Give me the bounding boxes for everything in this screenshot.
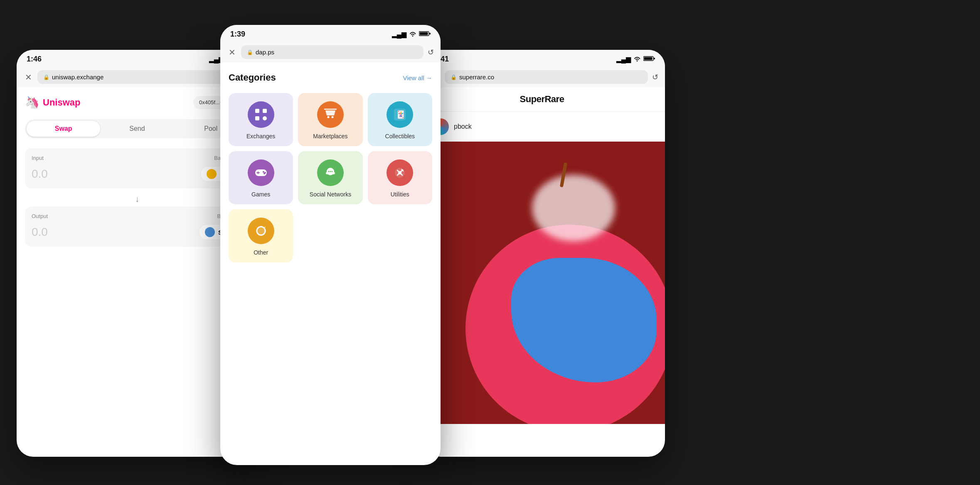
svg-point-9 (263, 116, 267, 120)
exchanges-label: Exchanges (246, 133, 275, 140)
category-exchanges[interactable]: Exchanges (229, 93, 293, 146)
swap-direction-arrow[interactable]: ↓ (25, 192, 249, 206)
category-marketplaces[interactable]: Marketplaces (298, 93, 362, 146)
category-utilities[interactable]: Utilities (368, 151, 432, 204)
input-box-header: Input Balance: 10 (32, 155, 243, 161)
input-amount[interactable]: 0.0 (32, 167, 48, 181)
center-lock-icon: 🔒 (247, 49, 253, 55)
other-icon (248, 218, 274, 244)
center-address-bar-row: ✕ 🔒 dap.ps ↺ (220, 42, 441, 62)
user-row: pbock (424, 112, 665, 142)
right-status-icons: ▂▄▆ (616, 55, 655, 63)
right-signal-icon: ▂▄▆ (616, 55, 631, 63)
svg-point-23 (328, 171, 329, 172)
svg-rect-31 (654, 58, 655, 59)
svg-rect-8 (255, 116, 259, 120)
category-games[interactable]: Games (229, 151, 293, 204)
dapps-content: Categories View all → Exchanges (220, 62, 441, 272)
other-label: Other (254, 249, 268, 256)
svg-point-28 (256, 226, 266, 236)
center-refresh-button[interactable]: ↺ (428, 48, 434, 57)
svg-point-10 (327, 116, 329, 118)
svg-point-24 (330, 171, 331, 172)
right-lock-icon: 🔒 (451, 74, 457, 80)
dapps-header: Categories View all → (229, 72, 432, 83)
svg-point-22 (332, 172, 335, 174)
right-url-text: superrare.co (459, 73, 642, 81)
games-label: Games (251, 191, 270, 198)
apple-highlight (532, 175, 615, 241)
unicorn-icon: 🦄 (25, 96, 39, 109)
center-close-button[interactable]: ✕ (227, 47, 237, 57)
left-time: 1:46 (27, 55, 42, 64)
collectibles-icon: 🃏 (387, 101, 413, 128)
games-icon (248, 159, 274, 186)
left-close-button[interactable]: ✕ (23, 72, 33, 82)
dapps-phone: 1:39 ▂▄▆ ✕ 🔒 dap.ps ↺ Categories View al… (220, 25, 441, 465)
center-wifi-icon (409, 31, 416, 38)
view-all-link[interactable]: View all → (403, 74, 432, 81)
right-status-bar: 1:41 ▂▄▆ (424, 50, 665, 67)
svg-rect-5 (429, 33, 431, 34)
svg-rect-16 (256, 172, 260, 173)
left-lock-icon: 🔒 (43, 74, 49, 80)
superrare-logo: SuperRare (520, 94, 564, 105)
right-refresh-button[interactable]: ↺ (652, 73, 658, 82)
output-label: Output (32, 213, 48, 219)
output-swap-box: Output Balance: 0 0.0 SNT ▾ (25, 206, 249, 247)
category-social-networks[interactable]: Social Networks (298, 151, 362, 204)
svg-rect-4 (420, 32, 428, 35)
output-box-row: 0.0 SNT ▾ (32, 224, 243, 240)
categories-title: Categories (229, 72, 276, 83)
svg-rect-30 (644, 57, 653, 60)
center-address-bar[interactable]: 🔒 dap.ps (241, 45, 424, 59)
center-status-icons: ▂▄▆ (392, 30, 431, 38)
output-amount[interactable]: 0.0 (32, 225, 48, 239)
dai-icon (207, 169, 217, 179)
svg-point-27 (398, 171, 401, 174)
marketplaces-icon (317, 101, 344, 128)
collectibles-label: Collectibles (385, 133, 415, 140)
utilities-icon (387, 159, 413, 186)
center-battery-icon (419, 31, 431, 38)
right-battery-icon (643, 56, 655, 63)
social-label: Social Networks (310, 191, 351, 198)
input-swap-box: Input Balance: 10 0.0 DAI ▾ (25, 148, 249, 189)
right-wifi-icon (633, 56, 641, 63)
input-box-row: 0.0 DAI ▾ (32, 166, 243, 182)
marketplaces-label: Marketplaces (313, 133, 347, 140)
center-time: 1:39 (230, 30, 245, 39)
svg-rect-6 (255, 109, 259, 113)
svg-text:🃏: 🃏 (396, 110, 406, 119)
category-collectibles[interactable]: 🃏 Collectibles (368, 93, 432, 146)
right-address-bar-row: ✕ 🔒 superrare.co ↺ (424, 67, 665, 87)
right-address-bar[interactable]: 🔒 superrare.co (445, 70, 648, 84)
uniswap-logo: 🦄 Uniswap (25, 96, 80, 109)
svg-point-25 (331, 171, 332, 172)
user-name: pbock (454, 123, 472, 130)
left-url-text: uniswap.exchange (52, 73, 235, 81)
utilities-label: Utilities (391, 191, 409, 198)
swap-tabs: Swap Send Pool (25, 119, 249, 138)
svg-point-21 (326, 172, 328, 174)
superrare-content: ☰ SuperRare pbock (424, 87, 665, 424)
social-icon (317, 159, 344, 186)
svg-rect-7 (263, 109, 267, 113)
input-label: Input (32, 155, 44, 161)
center-url-text: dap.ps (256, 49, 418, 56)
uniswap-header: 🦄 Uniswap 0x405f...C858 (25, 96, 249, 109)
exchanges-icon (248, 101, 274, 128)
artwork-container (424, 142, 665, 424)
svg-point-19 (263, 173, 265, 174)
left-address-bar[interactable]: 🔒 uniswap.exchange (37, 70, 241, 84)
categories-grid: Exchanges Marketplaces (229, 93, 432, 262)
snt-icon (205, 227, 215, 237)
apple-artwork (424, 142, 665, 424)
uniswap-name: Uniswap (43, 97, 80, 108)
output-box-header: Output Balance: 0 (32, 213, 243, 219)
send-tab[interactable]: Send (100, 121, 174, 137)
center-status-bar: 1:39 ▂▄▆ (220, 25, 441, 42)
swap-tab[interactable]: Swap (27, 121, 100, 137)
svg-point-17 (263, 171, 264, 173)
category-other[interactable]: Other (229, 209, 293, 262)
